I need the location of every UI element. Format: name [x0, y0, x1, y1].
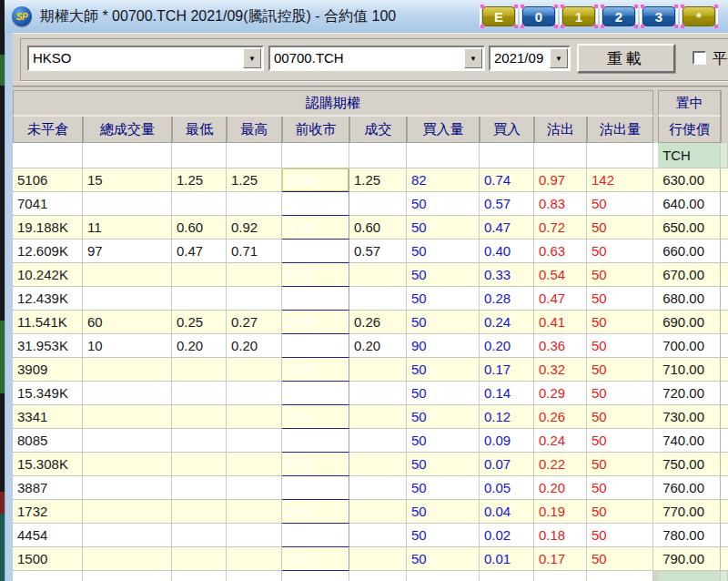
- strike-cell[interactable]: 630.00: [658, 168, 721, 192]
- total-volume-cell[interactable]: [83, 547, 172, 571]
- strike-cell[interactable]: 730.00: [658, 405, 721, 429]
- ask-cell[interactable]: 0.29: [534, 382, 587, 405]
- bid-cell[interactable]: 0.17: [480, 358, 534, 382]
- bid-qty-cell[interactable]: 50: [407, 405, 480, 429]
- total-volume-cell[interactable]: [83, 476, 172, 500]
- open-interest-cell[interactable]: 15.308K: [13, 453, 83, 476]
- open-interest-cell[interactable]: 5106: [13, 168, 83, 192]
- prev-close-cell[interactable]: 0.01: [282, 524, 349, 547]
- bid-cell[interactable]: 0.09: [480, 429, 534, 453]
- ask-cell[interactable]: 0.63: [534, 240, 587, 263]
- quick-layout-button[interactable]: 3: [642, 6, 675, 26]
- quick-layout-button[interactable]: 1: [562, 6, 595, 26]
- bid-cell[interactable]: 0.02: [480, 524, 534, 547]
- strike-cell[interactable]: 720.00: [658, 382, 721, 405]
- last-trade-cell[interactable]: [349, 192, 407, 216]
- low-cell[interactable]: [172, 192, 227, 216]
- high-cell[interactable]: [227, 263, 282, 287]
- last-trade-cell[interactable]: [349, 263, 407, 287]
- low-cell[interactable]: 1.25: [172, 168, 227, 192]
- last-trade-cell[interactable]: [349, 524, 407, 547]
- month-select[interactable]: 2021/09 ▼: [489, 46, 571, 71]
- strike-cell[interactable]: 770.00: [658, 500, 721, 524]
- bid-cell[interactable]: 0.28: [480, 287, 534, 311]
- ask-qty-cell[interactable]: 50: [587, 453, 653, 476]
- low-cell[interactable]: [172, 547, 227, 571]
- prev-close-cell[interactable]: 0.01: [282, 547, 349, 571]
- ask-cell[interactable]: 0.36: [534, 334, 587, 358]
- low-cell[interactable]: [172, 429, 227, 453]
- bid-qty-cell[interactable]: 50: [407, 263, 480, 287]
- quick-layout-button[interactable]: *: [682, 6, 715, 26]
- high-cell[interactable]: [227, 453, 282, 476]
- total-volume-cell[interactable]: [83, 405, 172, 429]
- ask-qty-cell[interactable]: 50: [587, 382, 653, 405]
- low-cell[interactable]: [172, 382, 227, 405]
- open-interest-cell[interactable]: 11.541K: [13, 311, 83, 334]
- total-volume-cell[interactable]: [83, 500, 172, 524]
- high-cell[interactable]: [227, 382, 282, 405]
- strike-cell[interactable]: 660.00: [658, 240, 721, 263]
- bid-cell[interactable]: 0.74: [480, 168, 534, 192]
- ask-qty-cell[interactable]: 50: [587, 334, 653, 358]
- open-interest-cell[interactable]: 8085: [13, 429, 83, 453]
- last-trade-cell[interactable]: 0.20: [349, 334, 407, 358]
- total-volume-cell[interactable]: [83, 429, 172, 453]
- total-volume-cell[interactable]: 60: [83, 311, 172, 334]
- total-volume-cell[interactable]: 10: [83, 334, 172, 358]
- total-volume-cell[interactable]: 11: [83, 216, 172, 240]
- bid-qty-cell[interactable]: 82: [407, 168, 480, 192]
- last-trade-cell[interactable]: 0.60: [349, 216, 407, 240]
- strike-cell[interactable]: 700.00: [658, 334, 721, 358]
- low-cell[interactable]: [172, 358, 227, 382]
- high-cell[interactable]: [227, 192, 282, 216]
- quick-layout-button[interactable]: E: [482, 6, 515, 26]
- bid-qty-cell[interactable]: 50: [407, 453, 480, 476]
- strike-cell[interactable]: 740.00: [658, 429, 721, 453]
- high-cell[interactable]: [227, 429, 282, 453]
- bid-cell[interactable]: 0.14: [480, 382, 534, 405]
- bid-cell[interactable]: 0.05: [480, 476, 534, 500]
- low-cell[interactable]: [172, 453, 227, 476]
- atm-checkbox[interactable]: [693, 51, 706, 65]
- prev-close-cell[interactable]: 0.01: [282, 405, 349, 429]
- ask-cell[interactable]: 0.97: [534, 168, 587, 192]
- bid-cell[interactable]: 0.57: [480, 192, 534, 216]
- last-trade-cell[interactable]: 0.57: [349, 240, 407, 263]
- reload-button[interactable]: 重載: [577, 44, 675, 73]
- total-volume-cell[interactable]: [83, 453, 172, 476]
- bid-cell[interactable]: 0.01: [480, 547, 534, 571]
- strike-cell[interactable]: 750.00: [658, 453, 721, 476]
- open-interest-cell[interactable]: 31.953K: [13, 334, 83, 358]
- strike-cell[interactable]: 710.00: [658, 358, 721, 382]
- total-volume-cell[interactable]: [83, 382, 172, 405]
- total-volume-cell[interactable]: 15: [83, 168, 172, 192]
- bid-qty-cell[interactable]: 50: [407, 524, 480, 547]
- bid-cell[interactable]: 0.24: [480, 311, 534, 334]
- ask-cell[interactable]: 0.26: [534, 405, 587, 429]
- high-cell[interactable]: [227, 476, 282, 500]
- chevron-down-icon[interactable]: ▼: [464, 48, 482, 68]
- total-volume-cell[interactable]: [83, 263, 172, 287]
- total-volume-cell[interactable]: [83, 524, 172, 547]
- prev-close-cell[interactable]: 0.03: [282, 358, 349, 382]
- ask-qty-cell[interactable]: 50: [587, 216, 653, 240]
- high-cell[interactable]: 0.92: [227, 216, 282, 240]
- ask-cell[interactable]: 0.41: [534, 311, 587, 334]
- open-interest-cell[interactable]: 1732: [13, 500, 83, 524]
- open-interest-cell[interactable]: 3909: [13, 358, 83, 382]
- ask-qty-cell[interactable]: 50: [587, 429, 653, 453]
- prev-close-cell[interactable]: 0.01: [282, 500, 349, 524]
- bid-cell[interactable]: 0.33: [480, 263, 534, 287]
- chevron-down-icon[interactable]: ▼: [243, 48, 261, 68]
- ask-qty-cell[interactable]: 50: [587, 476, 653, 500]
- prev-close-cell[interactable]: 0.05: [282, 311, 349, 334]
- ask-cell[interactable]: 0.20: [534, 476, 587, 500]
- open-interest-cell[interactable]: 10.242K: [13, 263, 83, 287]
- quick-layout-button[interactable]: 0: [522, 6, 555, 26]
- low-cell[interactable]: [172, 287, 227, 311]
- ask-qty-cell[interactable]: 50: [587, 524, 653, 547]
- low-cell[interactable]: 0.20: [172, 334, 227, 358]
- low-cell[interactable]: 0.25: [172, 311, 227, 334]
- total-volume-cell[interactable]: [83, 192, 172, 216]
